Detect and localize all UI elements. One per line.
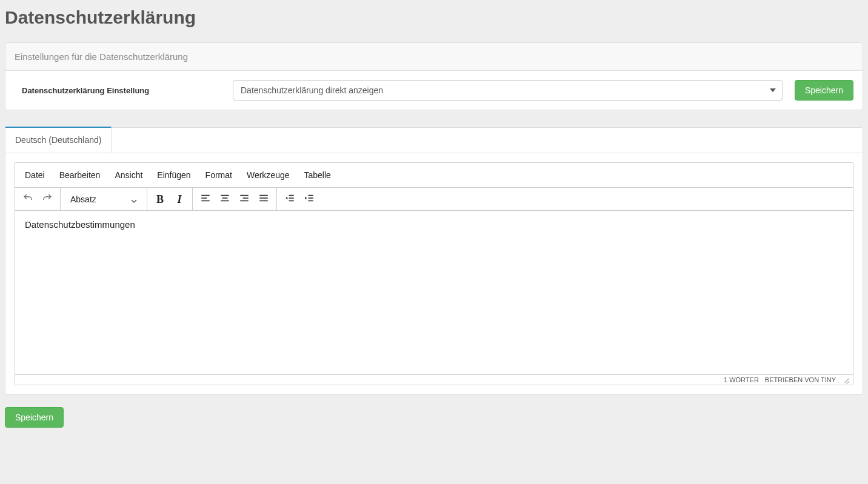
save-settings-button[interactable]: Speichern (795, 80, 853, 101)
outdent-button[interactable] (281, 190, 299, 208)
page-title: Datenschutzerklärung (5, 7, 863, 28)
editor-content-area[interactable]: Datenschutzbestimmungen (15, 211, 853, 374)
block-format-select[interactable]: Absatz (64, 190, 143, 208)
indent-icon (304, 193, 315, 205)
word-count: 1 WÖRTER (724, 376, 759, 383)
align-justify-button[interactable] (255, 190, 273, 208)
powered-by-label: BETRIEBEN VON TINY (765, 376, 836, 383)
indent-button[interactable] (300, 190, 318, 208)
bold-icon: B (156, 194, 164, 205)
settings-form-row: Datenschutzerklärung Einstellung Datensc… (15, 80, 853, 101)
tab-bar: Deutsch (Deutschland) (5, 127, 863, 153)
save-content-button[interactable]: Speichern (5, 407, 64, 428)
resize-handle[interactable] (842, 376, 849, 383)
svg-marker-15 (285, 197, 287, 200)
redo-icon (42, 193, 53, 205)
align-left-button[interactable] (196, 190, 215, 208)
rich-text-editor: Datei Bearbeiten Ansicht Einfügen Format… (15, 162, 853, 385)
chevron-down-icon (131, 196, 137, 202)
editor-statusbar: 1 WÖRTER BETRIEBEN VON TINY (15, 374, 853, 385)
editor-toolbar: Absatz B I (15, 188, 853, 211)
menu-file[interactable]: Datei (19, 165, 51, 185)
align-right-button[interactable] (235, 190, 253, 208)
undo-icon (22, 193, 33, 205)
align-left-icon (200, 193, 211, 205)
menu-format[interactable]: Format (199, 165, 238, 185)
menu-insert[interactable]: Einfügen (151, 165, 196, 185)
align-center-button[interactable] (216, 190, 234, 208)
bold-button[interactable]: B (151, 190, 169, 208)
editor-menubar: Datei Bearbeiten Ansicht Einfügen Format… (15, 163, 853, 188)
language-tab-container: Deutsch (Deutschland) Datei Bearbeiten A… (5, 127, 863, 395)
outdent-icon (284, 193, 295, 205)
display-mode-select[interactable]: Datenschutzerklärung direkt anzeigen (233, 80, 783, 101)
align-center-icon (219, 193, 230, 205)
block-format-label: Absatz (70, 194, 96, 204)
tab-german[interactable]: Deutsch (Deutschland) (5, 127, 112, 153)
settings-panel-heading: Einstellungen für die Datenschutzerkläru… (5, 43, 863, 71)
align-justify-icon (258, 193, 269, 205)
italic-icon: I (177, 194, 181, 205)
menu-edit[interactable]: Bearbeiten (53, 165, 107, 185)
menu-view[interactable]: Ansicht (109, 165, 149, 185)
menu-table[interactable]: Tabelle (298, 165, 337, 185)
settings-panel: Einstellungen für die Datenschutzerkläru… (5, 42, 863, 110)
undo-button[interactable] (19, 190, 37, 208)
redo-button[interactable] (38, 190, 56, 208)
menu-tools[interactable]: Werkzeuge (241, 165, 296, 185)
display-mode-label: Datenschutzerklärung Einstellung (15, 86, 221, 95)
align-right-icon (239, 193, 250, 205)
italic-button[interactable]: I (170, 190, 189, 208)
svg-marker-19 (305, 197, 307, 200)
